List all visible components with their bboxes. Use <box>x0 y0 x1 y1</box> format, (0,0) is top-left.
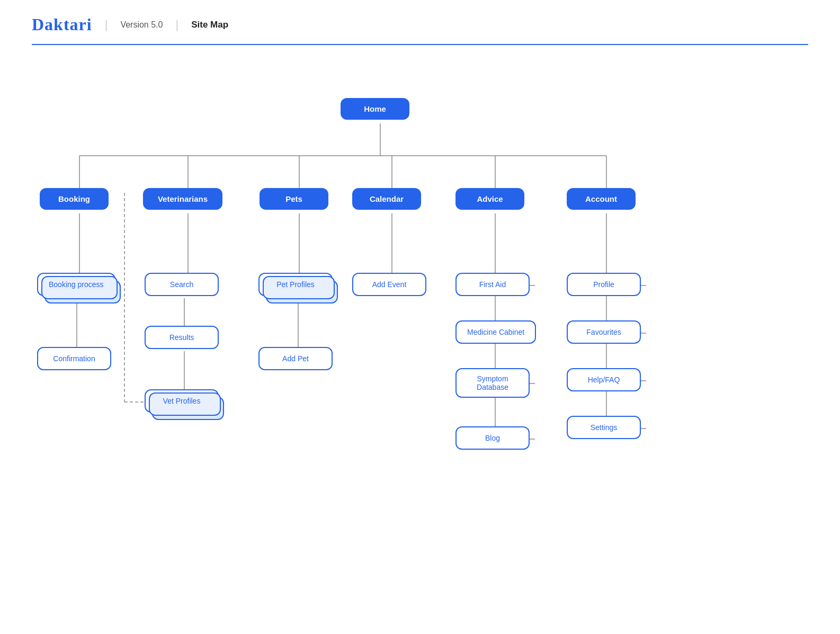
node-medicine-cabinet: Medicine Cabinet <box>455 320 536 344</box>
node-add-event: Add Event <box>352 273 426 296</box>
node-help-faq-label: Help/FAQ <box>567 368 641 391</box>
node-symptom-database-label: SymptomDatabase <box>455 368 530 398</box>
node-blog-label: Blog <box>455 426 530 450</box>
node-blog: Blog <box>455 426 530 450</box>
node-vet-profiles: Vet Profiles <box>145 389 219 413</box>
node-booking-label: Booking <box>40 188 109 210</box>
node-pets: Pets <box>260 188 328 210</box>
header: Daktari | Version 5.0 | Site Map <box>0 0 840 44</box>
node-search: Search <box>145 273 219 296</box>
node-add-pet-label: Add Pet <box>258 347 333 370</box>
node-profile-label: Profile <box>567 273 641 296</box>
node-settings-label: Settings <box>567 416 641 439</box>
node-medicine-cabinet-label: Medicine Cabinet <box>455 320 536 344</box>
node-confirmation-label: Confirmation <box>37 347 111 370</box>
tree-wrapper: Home Booking Veterinarians Pets Calendar… <box>32 66 808 543</box>
node-results-label: Results <box>145 326 219 349</box>
node-search-label: Search <box>145 273 219 296</box>
node-account: Account <box>567 188 636 210</box>
header-sitemap: Site Map <box>191 20 228 30</box>
tree-lines <box>32 66 808 543</box>
node-first-aid-label: First Aid <box>455 273 530 296</box>
node-booking-process-label: Booking process <box>37 273 115 296</box>
node-favourites: Favourites <box>567 320 641 344</box>
node-symptom-database: SymptomDatabase <box>455 368 530 398</box>
node-veterinarians-label: Veterinarians <box>143 188 222 210</box>
node-results: Results <box>145 326 219 349</box>
node-calendar-label: Calendar <box>352 188 421 210</box>
node-settings: Settings <box>567 416 641 439</box>
node-advice-label: Advice <box>455 188 524 210</box>
node-account-label: Account <box>567 188 636 210</box>
node-calendar: Calendar <box>352 188 421 210</box>
node-first-aid: First Aid <box>455 273 530 296</box>
node-profile: Profile <box>567 273 641 296</box>
node-add-pet: Add Pet <box>258 347 333 370</box>
header-divider-1: | <box>105 18 108 32</box>
header-divider-2: | <box>175 18 178 32</box>
node-confirmation: Confirmation <box>37 347 111 370</box>
tree-container: Home Booking Veterinarians Pets Calendar… <box>0 45 840 564</box>
node-pets-label: Pets <box>260 188 328 210</box>
node-help-faq: Help/FAQ <box>567 368 641 391</box>
node-favourites-label: Favourites <box>567 320 641 344</box>
node-home-label: Home <box>341 98 409 120</box>
node-veterinarians: Veterinarians <box>143 188 222 210</box>
header-version: Version 5.0 <box>120 20 163 30</box>
node-pet-profiles-label: Pet Profiles <box>258 273 333 296</box>
logo: Daktari <box>32 15 92 34</box>
node-vet-profiles-label: Vet Profiles <box>145 389 219 413</box>
node-add-event-label: Add Event <box>352 273 426 296</box>
node-advice: Advice <box>455 188 524 210</box>
node-home: Home <box>341 98 409 120</box>
node-pet-profiles: Pet Profiles <box>258 273 333 296</box>
node-booking-process: Booking process <box>37 273 115 296</box>
node-booking: Booking <box>40 188 109 210</box>
